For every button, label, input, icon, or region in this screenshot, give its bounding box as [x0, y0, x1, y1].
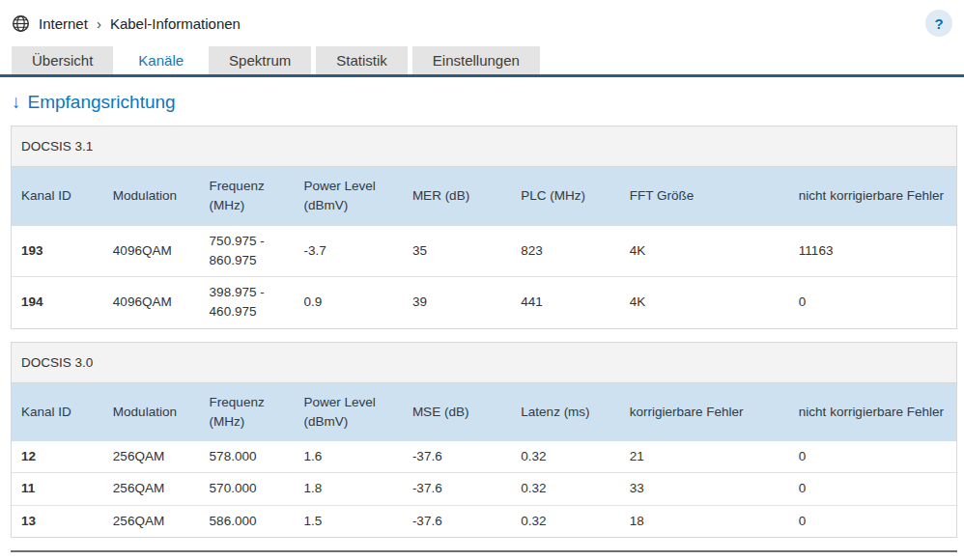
cell: 578.000: [200, 441, 295, 473]
column-header: nicht korrigierbare Fehler: [789, 167, 956, 226]
cell: 4K: [620, 277, 789, 328]
cell: 823: [511, 226, 619, 277]
table-row: 1934096QAM750.975 - 860.975-3.7358234K11…: [12, 226, 956, 277]
table-row: 1944096QAM398.975 - 460.9750.9394414K0: [12, 277, 956, 328]
cell: 256QAM: [103, 473, 200, 505]
cell: 0.32: [511, 441, 619, 473]
cell: 18: [620, 505, 789, 537]
cell: 398.975 - 460.975: [200, 277, 295, 328]
column-header: FFT Größe: [620, 167, 789, 226]
tab-einstellungen[interactable]: Einstellungen: [412, 46, 540, 74]
table-section: DOCSIS 3.0Kanal IDModulationFrequenz (MH…: [11, 342, 957, 538]
cell: 1.5: [294, 505, 402, 537]
cell: 0: [789, 441, 956, 473]
cell: 4096QAM: [103, 277, 200, 328]
column-header: Power Level (dBmV): [294, 167, 402, 226]
cell: 750.975 - 860.975: [200, 226, 295, 277]
cell: -37.6: [403, 441, 511, 473]
column-header: PLC (MHz): [511, 167, 619, 226]
cell: 4096QAM: [103, 226, 200, 277]
help-button[interactable]: ?: [925, 10, 952, 37]
column-header: MSE (dB): [403, 383, 511, 442]
section-heading-empfangsrichtung[interactable]: ↓ Empfangsrichtung: [12, 92, 957, 113]
table-row: 12256QAM578.0001.6-37.60.32210: [12, 441, 956, 473]
section-heading-label: Empfangsrichtung: [28, 92, 176, 113]
column-header: Frequenz (MHz): [200, 167, 295, 226]
collapse-arrow-icon: ↓: [12, 92, 21, 113]
table-section: DOCSIS 3.1Kanal IDModulationFrequenz (MH…: [11, 126, 957, 329]
column-header: Kanal ID: [12, 383, 103, 442]
cell: 0.9: [294, 277, 402, 328]
cell: 1.8: [294, 473, 402, 505]
column-header: MER (dB): [403, 167, 511, 226]
data-table: Kanal IDModulationFrequenz (MHz)Power Le…: [12, 167, 956, 328]
cell: 4K: [620, 226, 789, 277]
cell: 0: [789, 473, 956, 505]
column-header: nicht korrigierbare Fehler: [789, 383, 956, 442]
tab-uebersicht[interactable]: Übersicht: [12, 46, 113, 74]
cell: 441: [511, 277, 619, 328]
data-table: Kanal IDModulationFrequenz (MHz)Power Le…: [12, 383, 956, 537]
breadcrumb-section[interactable]: Internet: [39, 15, 88, 32]
cell: 586.000: [200, 505, 295, 537]
cell: 11: [12, 473, 103, 505]
cell: 0: [789, 277, 956, 328]
table-title: DOCSIS 3.1: [12, 126, 956, 167]
cell: 11163: [789, 226, 956, 277]
cell: 0.32: [511, 505, 619, 537]
cell: 194: [12, 277, 103, 328]
tab-spektrum[interactable]: Spektrum: [209, 46, 311, 74]
cell: 13: [12, 505, 103, 537]
cell: -37.6: [403, 473, 511, 505]
next-section-divider: [11, 550, 957, 552]
column-header: korrigierbare Fehler: [620, 383, 789, 442]
cell: 12: [12, 441, 103, 473]
cell: 35: [403, 226, 511, 277]
internet-globe-icon: [12, 14, 30, 33]
cell: 21: [620, 441, 789, 473]
content: ↓ Empfangsrichtung DOCSIS 3.1Kanal IDMod…: [0, 92, 964, 552]
column-header: Modulation: [103, 167, 200, 226]
tables-container: DOCSIS 3.1Kanal IDModulationFrequenz (MH…: [11, 126, 957, 538]
table-title: DOCSIS 3.0: [12, 343, 956, 383]
cell: 0.32: [511, 473, 619, 505]
table-row: 13256QAM586.0001.5-37.60.32180: [12, 505, 956, 537]
breadcrumb-separator-icon: ›: [97, 15, 101, 32]
cell: -37.6: [403, 505, 511, 537]
cell: 570.000: [200, 473, 295, 505]
cell: 39: [403, 277, 511, 328]
cell: 193: [12, 226, 103, 277]
tab-kanaele[interactable]: Kanäle: [118, 46, 204, 74]
column-header: Latenz (ms): [511, 383, 619, 442]
cell: 256QAM: [103, 441, 200, 473]
cell: 33: [620, 473, 789, 505]
cell: -3.7: [294, 226, 402, 277]
cell: 0: [789, 505, 956, 537]
column-header: Power Level (dBmV): [294, 383, 402, 442]
breadcrumb: Internet › Kabel-Informationen: [39, 15, 241, 32]
column-header: Modulation: [103, 383, 200, 442]
breadcrumb-page: Kabel-Informationen: [110, 15, 241, 32]
tab-statistik[interactable]: Statistik: [316, 46, 408, 74]
header-row: Kanal IDModulationFrequenz (MHz)Power Le…: [12, 383, 956, 442]
column-header: Frequenz (MHz): [200, 383, 295, 442]
header-row: Kanal IDModulationFrequenz (MHz)Power Le…: [12, 167, 956, 226]
column-header: Kanal ID: [12, 167, 103, 226]
tab-bar: Übersicht Kanäle Spektrum Statistik Eins…: [0, 46, 964, 77]
topbar: Internet › Kabel-Informationen ?: [0, 0, 964, 46]
cell: 256QAM: [103, 505, 200, 537]
table-row: 11256QAM570.0001.8-37.60.32330: [12, 473, 956, 505]
cell: 1.6: [294, 441, 402, 473]
